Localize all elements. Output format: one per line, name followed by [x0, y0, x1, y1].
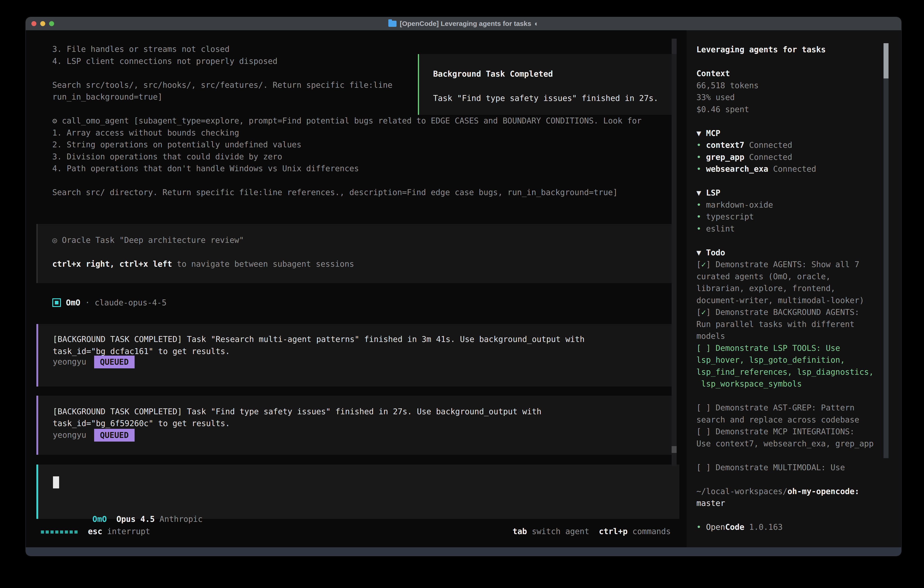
status-badge: QUEUED [94, 356, 135, 368]
text-segment: 1. Array access without bounds checking [52, 128, 239, 137]
input-model-name: Opus 4.5 [116, 515, 155, 524]
text-segment: document-writer, multimodal-looker) [696, 296, 864, 305]
sidebar-spacer [696, 115, 901, 127]
status-dot-icon: • [696, 153, 706, 162]
text-segment: [ [696, 260, 701, 269]
sidebar-mcp-item: • grep_app Connected [696, 151, 901, 163]
text-segment: [ ] Demonstrate AST-GREP: Pattern [696, 403, 855, 412]
task-message-line2: task_id="bg_6f59260c" to get results. [53, 418, 230, 429]
prompt-input[interactable]: OmO Opus 4.5 Anthropic [36, 464, 679, 519]
sidebar-todo-item-active: [ ] Demonstrate LSP TOOLS: Use [696, 342, 901, 354]
status-left: ▪▪▪▪▪▪▪▪ esc interrupt [40, 525, 150, 537]
text-segment: search and replace across codebase [696, 415, 859, 424]
text-segment: [ ] Demonstrate MULTIMODAL: Use [696, 463, 845, 472]
tab-key-label: switch agent [527, 527, 589, 536]
text-segment: websearch_exa [706, 164, 773, 173]
chat-main-area: 3. File handles or streams not closed4. … [26, 30, 686, 547]
status-dot-icon: • [696, 224, 706, 233]
chat-line: run_in_background=true] [52, 91, 163, 103]
text-segment: [ ] Demonstrate MCP INTEGRATIONS: [696, 427, 855, 436]
sidebar: Leveraging agents for tasksContext66,518… [686, 30, 901, 547]
agent-name: OmO [66, 298, 80, 307]
status-bar: ▪▪▪▪▪▪▪▪ esc interrupt tab switch agent … [40, 525, 671, 537]
close-window-button[interactable] [31, 21, 36, 26]
chat-scrollbar-thumb[interactable] [672, 446, 676, 453]
triangle-down-icon: ▼ [696, 248, 706, 257]
status-badge: QUEUED [94, 429, 135, 441]
ctrlp-key-hint: ctrl+p [599, 527, 627, 536]
sidebar-lsp-item: • typescript [696, 211, 901, 223]
text-segment: Context [696, 69, 730, 78]
esc-key-label: interrupt [102, 527, 150, 536]
task-user-row: yeongyu QUEUED [53, 429, 135, 441]
sidebar-workspace-branch: master [696, 497, 901, 509]
chat-line: 4. Path operations that don't handle Win… [52, 163, 359, 175]
sidebar-todo-item-done: librarian, explore, frontend, [696, 282, 901, 294]
sidebar-todo-item-pending: [ ] Demonstrate MCP INTEGRATIONS: [696, 426, 901, 438]
window-bottom-bar [26, 547, 901, 556]
toast-body: Task "Find type safety issues" finished … [433, 92, 658, 104]
text-segment: Connected [749, 153, 792, 162]
text-segment: [ [696, 308, 701, 317]
sidebar-spacer [696, 235, 901, 247]
notification-toast[interactable]: Background Task Completed Task "Find typ… [418, 54, 675, 115]
text-segment: Run parallel tasks with different [696, 320, 855, 329]
status-dot-icon: • [696, 140, 706, 150]
text-segment: ✓ [701, 260, 706, 269]
agent-session-line[interactable]: OmO · claude-opus-4-5 [52, 297, 167, 309]
toast-title: Background Task Completed [433, 68, 553, 80]
chat-scrollbar[interactable] [672, 39, 676, 466]
sidebar-todo-header: ▼ Todo [696, 247, 901, 259]
minimize-window-button[interactable] [40, 21, 45, 26]
chat-line: 4. LSP client connections not properly d… [52, 55, 277, 67]
sidebar-todo-item-done: models [696, 330, 901, 342]
sidebar-workspace-path: ~/local-workspaces/oh-my-opencode: [696, 486, 901, 497]
sidebar-todo-item-active: lsp_workspace_symbols [696, 378, 901, 390]
chat-line: 1. Array access without bounds checking [52, 127, 239, 139]
sidebar-mcp-item: • websearch_exa Connected [696, 163, 901, 175]
task-user: yeongyu [53, 356, 86, 368]
text-segment: call_omo_agent [subagent_type=explore, p… [62, 116, 642, 125]
text-segment: typescript [706, 212, 754, 221]
chat-line: Search src/ directory. Return specific f… [52, 187, 617, 198]
background-task-box: [BACKGROUND TASK COMPLETED] Task "Find t… [36, 396, 673, 455]
titlebar[interactable]: [OpenCode] Leveraging agents for tasks ◐ [26, 17, 901, 30]
sidebar-todo-item-done: [✓] Demonstrate BACKGROUND AGENTS: [696, 306, 901, 318]
text-segment: Connected [773, 164, 816, 173]
oracle-task-box: ◎ Oracle Task "Deep architecture review"… [36, 224, 672, 283]
sidebar-todo-item-done: curated agents (OmO, oracle, [696, 271, 901, 282]
sidebar-todo-item-pending: [ ] Demonstrate MULTIMODAL: Use [696, 462, 901, 474]
sidebar-scrollbar-thumb[interactable] [884, 43, 889, 78]
sidebar-spacer [696, 509, 901, 521]
text-segment: 2. String operations on potentially unde… [52, 140, 302, 149]
status-dot-icon: • [696, 164, 706, 173]
tab-key-hint: tab [513, 527, 527, 536]
spinner-dots-icon: ▪▪▪▪▪▪▪▪ [40, 527, 78, 536]
sidebar-version-line: • OpenCode 1.0.163 [696, 521, 901, 533]
text-segment: eslint [706, 224, 734, 233]
text-segment: Use context7, websearch_exa, grep_app [696, 439, 874, 448]
oracle-task-title: ◎ Oracle Task "Deep architecture review" [52, 234, 244, 246]
triangle-down-icon: ▼ [696, 129, 706, 138]
text-segment: master [696, 499, 725, 508]
text-segment: grep_app [706, 153, 749, 162]
text-segment: Open [706, 522, 725, 532]
oracle-task-hint: ctrl+x right, ctrl+x left to navigate be… [52, 258, 354, 270]
sidebar-lsp-header: ▼ LSP [696, 187, 901, 199]
text-segment: models [696, 332, 725, 340]
zoom-window-button[interactable] [49, 21, 54, 26]
sidebar-context-spent: $0.46 spent [696, 104, 901, 116]
text-segment: Leveraging agents for tasks [696, 45, 826, 54]
text-cursor [53, 476, 59, 489]
folder-icon [388, 21, 396, 27]
text-segment: ] Demonstrate AGENTS: Show all 7 [706, 260, 859, 269]
text-segment: ~/local-workspaces/ [696, 487, 787, 496]
sidebar-scrollbar[interactable] [884, 43, 889, 458]
task-user: yeongyu [53, 429, 86, 441]
window-title: [OpenCode] Leveraging agents for tasks [400, 20, 531, 28]
sidebar-spacer [696, 56, 901, 68]
sidebar-mcp-item: • context7 Connected [696, 139, 901, 151]
ctrlp-key-label: commands [627, 527, 671, 536]
app-window: [OpenCode] Leveraging agents for tasks ◐… [26, 17, 901, 556]
chat-scrollbar-cap [672, 39, 676, 54]
